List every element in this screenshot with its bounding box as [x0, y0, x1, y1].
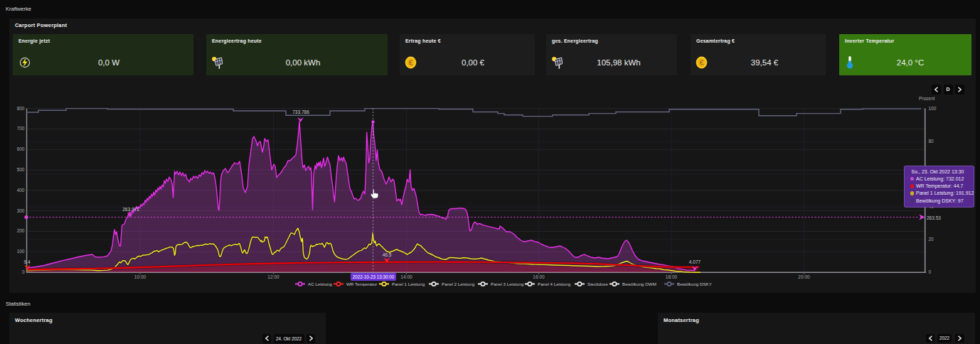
svg-text:Bewölkung DSKY: Bewölkung DSKY — [677, 281, 712, 286]
svg-text:Steckdose: Steckdose — [587, 281, 608, 286]
svg-text:Panel 2 Leistung: Panel 2 Leistung — [442, 281, 475, 286]
svg-text:WR Temperatur: WR Temperatur — [346, 281, 377, 286]
svg-text:Panel 1 Leistung: Panel 1 Leistung — [392, 281, 425, 286]
svg-text:AC Leistung: AC Leistung — [308, 281, 332, 286]
svg-text:Panel 4 Leistung: Panel 4 Leistung — [538, 281, 571, 286]
svg-text:Panel 3 Leistung: Panel 3 Leistung — [491, 281, 524, 286]
svg-text:Bewölkung OWM: Bewölkung OWM — [622, 281, 656, 286]
